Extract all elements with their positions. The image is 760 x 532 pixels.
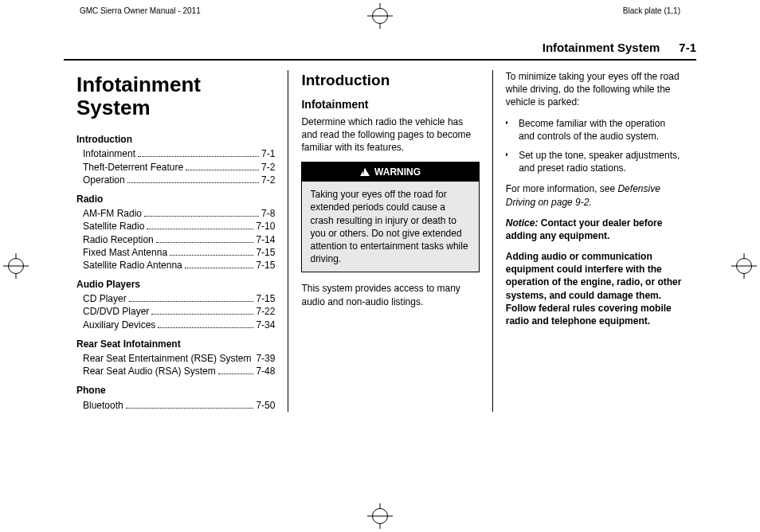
toc-entry: AM-FM Radio7-8 (76, 207, 275, 220)
toc-leader-dots (129, 294, 254, 303)
warning-icon (360, 168, 370, 176)
plate-label: Black plate (1,1) (623, 6, 680, 15)
registration-mark-left (3, 253, 29, 279)
toc-leader-dots (185, 260, 254, 268)
toc-label: Operation (83, 174, 125, 186)
toc-page-number: 7-8 (261, 207, 275, 220)
toc-page-number: 7-50 (256, 399, 275, 412)
toc-entry: Rear Seat Entertainment (RSE) System7-39 (76, 352, 275, 365)
toc-entry: Rear Seat Audio (RSA) System7-48 (76, 365, 275, 377)
toc-label: Rear Seat Audio (RSA) System (83, 365, 216, 377)
toc-leader-dots (151, 307, 253, 315)
toc-group-title: Radio (76, 193, 275, 205)
registration-mark-right (731, 253, 757, 279)
toc-entry: CD Player7-15 (76, 292, 275, 305)
toc-page-number: 7-2 (261, 161, 275, 174)
toc-label: Infotainment (83, 147, 135, 160)
toc-group-title: Audio Players (76, 278, 275, 291)
column-toc: Infotainment System IntroductionInfotain… (64, 70, 288, 412)
toc-group-title: Introduction (76, 133, 275, 146)
toc-group-title: Rear Seat Infotainment (76, 338, 275, 350)
toc-entry: Satellite Radio Antenna7-15 (76, 259, 275, 272)
toc-page-number: 7-48 (256, 365, 275, 377)
list-item: Set up the tone, speaker adjustments, an… (506, 149, 684, 174)
column-notes: To minimize taking your eyes off the roa… (492, 70, 696, 412)
toc-entry: Radio Reception7-14 (76, 233, 275, 246)
notice-paragraph: Notice: Contact your dealer before addin… (506, 217, 684, 242)
toc-leader-dots (126, 400, 254, 409)
toc-entry: Fixed Mast Antenna7-15 (76, 246, 275, 259)
notice-label: Notice: (506, 217, 539, 229)
list-item-text: Set up the tone, speaker adjustments, an… (519, 149, 684, 174)
warning-header: WARNING (302, 162, 478, 182)
toc-entry: Auxiliary Devices7-34 (76, 319, 275, 331)
toc-page-number: 7-34 (256, 319, 275, 331)
toc-page-number: 7-15 (256, 259, 275, 272)
toc-leader-dots (186, 162, 259, 170)
warning-label: WARNING (374, 166, 421, 178)
toc-label: Satellite Radio Antenna (83, 259, 182, 272)
section-heading: Introduction (301, 70, 479, 91)
lead-paragraph: To minimize taking your eyes off the roa… (506, 70, 684, 109)
toc-label: Bluetooth (83, 399, 123, 412)
toc-leader-dots (144, 209, 259, 217)
running-head-page: 7-1 (679, 41, 696, 54)
list-item-text: Become familiar with the operation and c… (519, 117, 684, 143)
warning-body: Taking your eyes off the road for extend… (302, 182, 478, 272)
toc-leader-dots (156, 234, 254, 243)
toc-page-number: 7-22 (256, 305, 275, 318)
toc-page-number: 7-2 (261, 174, 275, 186)
toc-label: AM-FM Radio (83, 207, 142, 220)
toc-page-number: 7-39 (256, 352, 275, 365)
toc-label: Theft-Deterrent Feature (83, 161, 183, 174)
registration-mark-top (367, 3, 393, 29)
toc-entry: Operation7-2 (76, 174, 275, 186)
bold-paragraph: Adding audio or communication equipment … (506, 250, 684, 327)
toc-leader-dots (147, 221, 253, 230)
toc-leader-dots (158, 319, 253, 328)
toc-label: CD Player (83, 292, 127, 305)
warning-box: WARNING Taking your eyes off the road fo… (301, 162, 479, 272)
subsection-heading: Infotainment (301, 97, 479, 112)
toc-group-title: Phone (76, 384, 275, 397)
toc-entry: Satellite Radio7-10 (76, 220, 275, 233)
more-info-paragraph: For more information, see Defensive Driv… (506, 182, 684, 208)
toc-label: Radio Reception (83, 233, 154, 246)
toc-leader-dots (138, 149, 259, 158)
bullet-icon (506, 121, 507, 124)
toc-entry: Infotainment7-1 (76, 147, 275, 160)
bullet-icon (506, 153, 507, 156)
toc-leader-dots (218, 366, 254, 375)
registration-mark-bottom (367, 503, 393, 529)
toc-label: Rear Seat Entertainment (RSE) System (83, 352, 251, 365)
toc-label: CD/DVD Player (83, 305, 149, 318)
toc-page-number: 7-15 (256, 246, 275, 259)
list-item: Become familiar with the operation and c… (506, 117, 684, 143)
after-warning-paragraph: This system provides access to many audi… (301, 282, 479, 307)
toc-page-number: 7-10 (256, 220, 275, 233)
doc-title: GMC Sierra Owner Manual - 2011 (80, 6, 201, 15)
toc-label: Fixed Mast Antenna (83, 246, 167, 259)
column-intro: Introduction Infotainment Determine whic… (288, 70, 492, 412)
chapter-title: Infotainment System (76, 73, 275, 119)
toc-leader-dots (170, 247, 253, 256)
toc-entry: CD/DVD Player7-22 (76, 305, 275, 318)
toc-leader-dots (127, 174, 259, 183)
toc-entry: Theft-Deterrent Feature7-2 (76, 161, 275, 174)
toc-label: Auxiliary Devices (83, 319, 155, 331)
toc-page-number: 7-1 (261, 147, 275, 160)
bullet-list: Become familiar with the operation and c… (506, 117, 684, 175)
intro-paragraph: Determine which radio the vehicle has an… (301, 115, 479, 155)
toc-label: Satellite Radio (83, 220, 144, 233)
toc-page-number: 7-15 (256, 292, 275, 305)
toc-entry: Bluetooth7-50 (76, 399, 275, 412)
toc-page-number: 7-14 (256, 233, 275, 246)
running-head-section: Infotainment System (543, 41, 660, 54)
